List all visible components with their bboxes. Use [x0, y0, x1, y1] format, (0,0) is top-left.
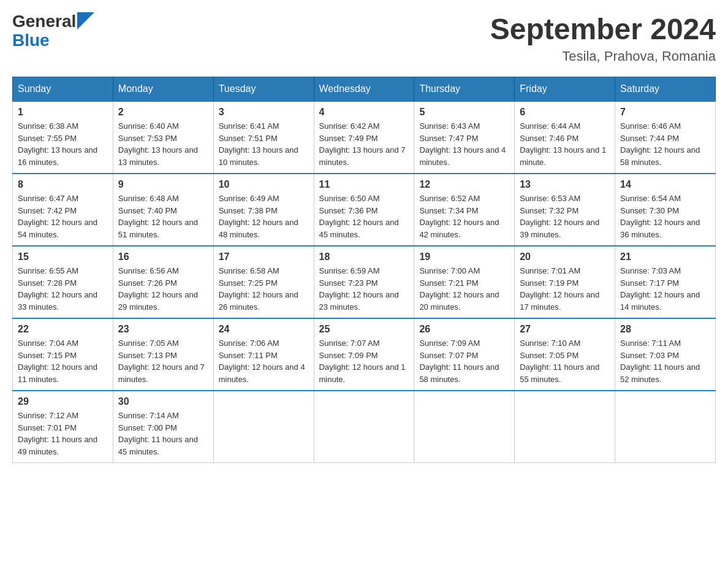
calendar-cell: 8Sunrise: 6:47 AMSunset: 7:42 PMDaylight…	[13, 174, 113, 246]
day-number: 4	[319, 107, 409, 118]
calendar-cell: 24Sunrise: 7:06 AMSunset: 7:11 PMDayligh…	[213, 318, 314, 391]
calendar-cell: 26Sunrise: 7:09 AMSunset: 7:07 PMDayligh…	[414, 318, 515, 391]
day-info: Sunrise: 6:48 AMSunset: 7:40 PMDaylight:…	[118, 193, 208, 240]
day-info: Sunrise: 6:38 AMSunset: 7:55 PMDaylight:…	[18, 120, 108, 168]
logo-general: General	[12, 12, 76, 31]
calendar-cell: 10Sunrise: 6:49 AMSunset: 7:38 PMDayligh…	[213, 174, 314, 246]
calendar-cell: 2Sunrise: 6:40 AMSunset: 7:53 PMDaylight…	[113, 101, 213, 174]
header-wednesday: Wednesday	[314, 77, 414, 102]
day-info: Sunrise: 6:49 AMSunset: 7:38 PMDaylight:…	[219, 193, 309, 240]
calendar-cell: 4Sunrise: 6:42 AMSunset: 7:49 PMDaylight…	[314, 101, 414, 174]
day-number: 1	[18, 107, 108, 118]
calendar-cell: 15Sunrise: 6:55 AMSunset: 7:28 PMDayligh…	[13, 246, 113, 318]
calendar-cell: 19Sunrise: 7:00 AMSunset: 7:21 PMDayligh…	[414, 246, 515, 318]
calendar-cell: 17Sunrise: 6:58 AMSunset: 7:25 PMDayligh…	[213, 246, 314, 318]
day-number: 6	[520, 107, 610, 118]
day-number: 8	[18, 179, 108, 190]
day-info: Sunrise: 7:10 AMSunset: 7:05 PMDaylight:…	[520, 337, 610, 385]
day-info: Sunrise: 7:06 AMSunset: 7:11 PMDaylight:…	[219, 337, 309, 385]
day-number: 24	[219, 324, 309, 335]
header-saturday: Saturday	[615, 77, 716, 102]
calendar-cell: 30Sunrise: 7:14 AMSunset: 7:00 PMDayligh…	[113, 391, 213, 463]
day-info: Sunrise: 6:42 AMSunset: 7:49 PMDaylight:…	[319, 120, 409, 168]
day-number: 23	[118, 324, 208, 335]
day-number: 20	[520, 251, 610, 262]
logo-blue: Blue	[12, 31, 50, 50]
calendar-cell	[515, 391, 615, 463]
day-info: Sunrise: 6:53 AMSunset: 7:32 PMDaylight:…	[520, 193, 610, 240]
day-info: Sunrise: 7:07 AMSunset: 7:09 PMDaylight:…	[319, 337, 409, 385]
calendar-table: Sunday Monday Tuesday Wednesday Thursday…	[12, 77, 716, 463]
calendar-cell: 22Sunrise: 7:04 AMSunset: 7:15 PMDayligh…	[13, 318, 113, 391]
day-number: 18	[319, 251, 409, 262]
day-info: Sunrise: 7:03 AMSunset: 7:17 PMDaylight:…	[620, 265, 710, 313]
day-number: 3	[219, 107, 309, 118]
calendar-cell: 21Sunrise: 7:03 AMSunset: 7:17 PMDayligh…	[615, 246, 716, 318]
calendar-cell: 12Sunrise: 6:52 AMSunset: 7:34 PMDayligh…	[414, 174, 515, 246]
header-tuesday: Tuesday	[213, 77, 314, 102]
calendar-cell: 23Sunrise: 7:05 AMSunset: 7:13 PMDayligh…	[113, 318, 213, 391]
week-row-5: 29Sunrise: 7:12 AMSunset: 7:01 PMDayligh…	[13, 391, 716, 463]
calendar-cell	[414, 391, 515, 463]
calendar-cell: 27Sunrise: 7:10 AMSunset: 7:05 PMDayligh…	[515, 318, 615, 391]
calendar-cell: 28Sunrise: 7:11 AMSunset: 7:03 PMDayligh…	[615, 318, 716, 391]
header-sunday: Sunday	[13, 77, 113, 102]
title-section: September 2024 Tesila, Prahova, Romania	[490, 12, 716, 64]
day-info: Sunrise: 6:43 AMSunset: 7:47 PMDaylight:…	[419, 120, 509, 168]
calendar-cell	[213, 391, 314, 463]
day-number: 15	[18, 251, 108, 262]
calendar-cell: 13Sunrise: 6:53 AMSunset: 7:32 PMDayligh…	[515, 174, 615, 246]
logo-triangle-icon	[77, 12, 94, 29]
calendar-cell: 1Sunrise: 6:38 AMSunset: 7:55 PMDaylight…	[13, 101, 113, 174]
svg-marker-0	[77, 12, 94, 29]
day-info: Sunrise: 6:50 AMSunset: 7:36 PMDaylight:…	[319, 193, 409, 240]
day-info: Sunrise: 6:46 AMSunset: 7:44 PMDaylight:…	[620, 120, 710, 168]
calendar-cell: 16Sunrise: 6:56 AMSunset: 7:26 PMDayligh…	[113, 246, 213, 318]
day-info: Sunrise: 7:05 AMSunset: 7:13 PMDaylight:…	[118, 337, 208, 385]
day-number: 7	[620, 107, 710, 118]
day-info: Sunrise: 6:56 AMSunset: 7:26 PMDaylight:…	[118, 265, 208, 313]
day-number: 22	[18, 324, 108, 335]
calendar-cell: 18Sunrise: 6:59 AMSunset: 7:23 PMDayligh…	[314, 246, 414, 318]
day-info: Sunrise: 6:59 AMSunset: 7:23 PMDaylight:…	[319, 265, 409, 313]
day-info: Sunrise: 7:00 AMSunset: 7:21 PMDaylight:…	[419, 265, 509, 313]
header-monday: Monday	[113, 77, 213, 102]
calendar-cell: 14Sunrise: 6:54 AMSunset: 7:30 PMDayligh…	[615, 174, 716, 246]
week-row-4: 22Sunrise: 7:04 AMSunset: 7:15 PMDayligh…	[13, 318, 716, 391]
location-title: Tesila, Prahova, Romania	[490, 48, 716, 64]
calendar-cell	[615, 391, 716, 463]
day-number: 10	[219, 179, 309, 190]
day-info: Sunrise: 6:44 AMSunset: 7:46 PMDaylight:…	[520, 120, 610, 168]
day-info: Sunrise: 6:54 AMSunset: 7:30 PMDaylight:…	[620, 193, 710, 240]
calendar-cell: 3Sunrise: 6:41 AMSunset: 7:51 PMDaylight…	[213, 101, 314, 174]
week-row-1: 1Sunrise: 6:38 AMSunset: 7:55 PMDaylight…	[13, 101, 716, 174]
day-info: Sunrise: 7:04 AMSunset: 7:15 PMDaylight:…	[18, 337, 108, 385]
day-number: 21	[620, 251, 710, 262]
calendar-cell	[314, 391, 414, 463]
day-info: Sunrise: 7:14 AMSunset: 7:00 PMDaylight:…	[118, 410, 208, 458]
day-info: Sunrise: 7:09 AMSunset: 7:07 PMDaylight:…	[419, 337, 509, 385]
day-number: 17	[219, 251, 309, 262]
day-number: 30	[118, 396, 208, 407]
day-info: Sunrise: 7:01 AMSunset: 7:19 PMDaylight:…	[520, 265, 610, 313]
weekday-header-row: Sunday Monday Tuesday Wednesday Thursday…	[13, 77, 716, 102]
week-row-2: 8Sunrise: 6:47 AMSunset: 7:42 PMDaylight…	[13, 174, 716, 246]
month-title: September 2024	[490, 12, 716, 46]
day-info: Sunrise: 6:52 AMSunset: 7:34 PMDaylight:…	[419, 193, 509, 240]
day-number: 16	[118, 251, 208, 262]
calendar-cell: 25Sunrise: 7:07 AMSunset: 7:09 PMDayligh…	[314, 318, 414, 391]
calendar-cell: 7Sunrise: 6:46 AMSunset: 7:44 PMDaylight…	[615, 101, 716, 174]
day-number: 29	[18, 396, 108, 407]
day-info: Sunrise: 6:55 AMSunset: 7:28 PMDaylight:…	[18, 265, 108, 313]
calendar-cell: 11Sunrise: 6:50 AMSunset: 7:36 PMDayligh…	[314, 174, 414, 246]
day-info: Sunrise: 6:58 AMSunset: 7:25 PMDaylight:…	[219, 265, 309, 313]
day-number: 11	[319, 179, 409, 190]
day-info: Sunrise: 6:40 AMSunset: 7:53 PMDaylight:…	[118, 120, 208, 168]
header-friday: Friday	[515, 77, 615, 102]
header-thursday: Thursday	[414, 77, 515, 102]
day-info: Sunrise: 6:41 AMSunset: 7:51 PMDaylight:…	[219, 120, 309, 168]
calendar-cell: 6Sunrise: 6:44 AMSunset: 7:46 PMDaylight…	[515, 101, 615, 174]
day-number: 14	[620, 179, 710, 190]
logo: General Blue	[12, 12, 94, 50]
day-number: 19	[419, 251, 509, 262]
